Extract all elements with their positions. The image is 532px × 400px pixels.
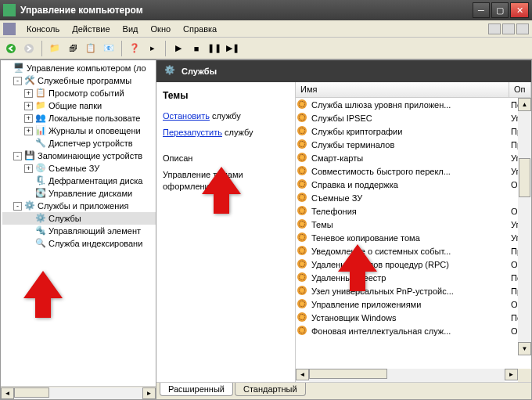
service-name: Смарт-карты [311,153,511,163]
forward-button[interactable] [21,41,37,56]
refresh-button[interactable]: 📧 [101,41,117,56]
tree-services[interactable]: ⚙️Службы [2,212,156,225]
tree-storage[interactable]: -💾Запоминающие устройств [2,150,156,162]
tree-services-apps[interactable]: -⚙️Службы и приложения [2,200,156,212]
toolbar: 📁 🗊 📋 📧 ❓ ▸ ▶ ■ ❚❚ ▶❚ [0,38,532,59]
mdi-restore-button[interactable] [502,23,515,34]
restart-service-link[interactable]: Перезапустить [163,128,222,137]
column-name[interactable]: Имя [296,82,509,97]
scroll-thumb[interactable] [309,369,387,379]
service-row[interactable]: Установщик WindowsПо... [296,311,531,324]
service-row[interactable]: Съемные ЗУ [296,191,531,204]
scroll-right-button[interactable]: ► [505,369,518,380]
tree-defrag[interactable]: 🗜️Дефрагментация диска [2,175,156,187]
service-name: Службы криптографии [311,127,511,136]
scroll-left-button[interactable]: ◄ [1,387,14,399]
service-name: Совместимость быстрого перекл... [311,167,511,176]
close-button[interactable]: ✕ [510,2,529,18]
tree-local-users[interactable]: +👥Локальные пользовате [2,112,156,124]
menu-view[interactable]: Вид [117,23,145,35]
service-row[interactable]: Удаленный вызов процедур (RPC)Об [296,258,531,271]
service-row[interactable]: Службы терминаловПр [296,138,531,151]
list-hscrollbar[interactable]: ◄ ► [296,369,531,382]
service-row[interactable]: Удаленный реестрПо... [296,271,531,284]
service-row[interactable]: Служба шлюза уровня приложен...По... [296,98,531,111]
service-name: Службы IPSEC [311,114,511,123]
scroll-right-button[interactable]: ► [142,387,156,399]
gear-icon [297,99,308,110]
detail-panel: Темы Остановить службу Перезапустить слу… [156,82,296,382]
tree-hscrollbar[interactable]: ◄ ► [1,386,156,399]
tree-perf-logs[interactable]: +📊Журналы и оповещени [2,124,156,137]
right-panel: ⚙️ Службы Темы Остановить службу Перезап… [156,59,532,400]
export-button[interactable]: 📋 [83,41,99,56]
gear-icon [297,272,308,283]
mdi-close-button[interactable] [516,23,529,34]
scroll-down-button[interactable]: ▼ [518,342,531,355]
scroll-thumb[interactable] [14,387,49,398]
description-label: Описан [163,153,192,163]
column-description[interactable]: Оп [509,82,531,97]
tab-extended[interactable]: Расширенный [160,383,233,396]
gear-icon [297,193,308,204]
stop-button[interactable]: ■ [189,41,204,56]
svg-point-0 [6,44,16,53]
back-button[interactable] [3,41,19,56]
service-row[interactable]: Службы IPSECУп [296,111,531,124]
menu-action[interactable]: Действие [66,23,116,35]
service-row[interactable]: Управление приложениямиОб [296,297,531,311]
maximize-button[interactable]: ▢ [491,2,509,18]
mdi-minimize-button[interactable] [488,23,501,34]
menu-help[interactable]: Справка [177,23,223,35]
scroll-left-button[interactable]: ◄ [296,369,309,380]
tree-system-tools[interactable]: -🛠️Служебные программы [2,74,156,87]
service-row[interactable]: ТелефонияОб [296,204,531,218]
service-row[interactable]: Уведомление о системных событ...Пр [296,244,531,258]
stop-service-link[interactable]: Остановить [163,111,210,121]
tree-indexing[interactable]: 🔍Служба индексировани [2,237,156,250]
service-row[interactable]: Службы криптографииПр [296,124,531,138]
service-row[interactable]: Справка и поддержкаОб [296,178,531,191]
properties-button[interactable]: 🗊 [65,41,81,56]
play-button[interactable]: ▶ [171,41,186,56]
gear-icon [297,219,308,230]
tab-standard[interactable]: Стандартный [235,383,306,396]
action-button[interactable]: ▸ [145,41,160,56]
panel-title-bar: ⚙️ Службы [156,60,531,82]
gear-icon [297,286,308,297]
tree-disk-mgmt[interactable]: 💽Управление дисками [2,187,156,200]
scroll-thumb[interactable] [519,158,530,197]
menu-console[interactable]: Консоль [20,23,66,35]
service-name: Фоновая интеллектуальная служ... [311,326,511,336]
menu-window[interactable]: Окно [145,23,178,35]
tree-device-manager[interactable]: 🔧Диспетчер устройств [2,137,156,150]
list-body: Служба шлюза уровня приложен...По...Служ… [296,98,531,369]
service-name: Съемные ЗУ [311,193,511,203]
pause-button[interactable]: ❚❚ [207,41,222,56]
service-row[interactable]: Смарт-картыУп [296,151,531,164]
list-header: Имя Оп [296,82,531,98]
service-row[interactable]: Теневое копирование томаУп [296,231,531,244]
tree-event-viewer[interactable]: +📋Просмотр событий [2,87,156,99]
help-button[interactable]: ❓ [127,41,142,56]
selected-service-name: Темы [163,90,289,101]
list-vscrollbar[interactable]: ▲ ▼ [518,98,531,355]
service-name: Телефония [311,207,511,216]
up-button[interactable]: 📁 [47,41,63,56]
tree-removable[interactable]: +💿Съемные ЗУ [2,162,156,175]
service-row[interactable]: Узел универсальных PnP-устройс...Пр [296,284,531,297]
service-row[interactable]: ТемыУп [296,218,531,231]
scroll-up-button[interactable]: ▲ [518,98,531,111]
tree-wmi[interactable]: 🔩Управляющий элемент [2,225,156,237]
gear-icon [297,232,308,243]
minimize-button[interactable]: ─ [473,2,490,18]
gear-icon [297,246,308,257]
tree-root[interactable]: 🖥️Управление компьютером (ло [2,62,156,74]
service-row[interactable]: Фоновая интеллектуальная служ...Об [296,324,531,337]
restart-button[interactable]: ▶❚ [225,41,240,56]
gear-icon [297,139,308,150]
tree-body: 🖥️Управление компьютером (ло -🛠️Служебны… [1,60,156,386]
service-row[interactable]: Совместимость быстрого перекл...Уп [296,164,531,178]
tree-shared-folders[interactable]: +📁Общие папки [2,99,156,112]
gear-icon [297,179,308,190]
